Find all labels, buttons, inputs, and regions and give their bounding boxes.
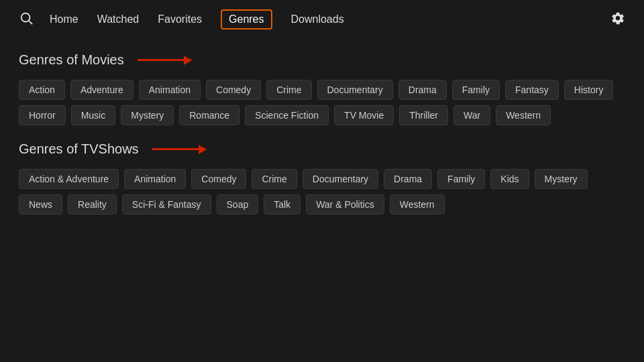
genre-tag-soap[interactable]: Soap: [217, 194, 259, 215]
genre-tag-horror[interactable]: Horror: [19, 105, 66, 125]
arrow-line-icon: [152, 148, 206, 150]
section-movies: Genres of MoviesActionAdventureAnimation…: [19, 52, 625, 125]
genre-tag-western[interactable]: Western: [496, 105, 551, 125]
nav-links: HomeWatchedFavoritesGenresDownloads: [50, 9, 610, 29]
nav-link-favorites[interactable]: Favorites: [158, 13, 202, 25]
genre-tag-news[interactable]: News: [19, 194, 62, 215]
search-icon[interactable]: [19, 11, 34, 29]
genre-tag-action[interactable]: Action: [19, 80, 65, 100]
genre-tag-science-fiction[interactable]: Science Fiction: [245, 105, 329, 125]
genre-tag-tv-movie[interactable]: TV Movie: [334, 105, 394, 125]
genre-tag-animation[interactable]: Animation: [124, 169, 186, 189]
main-content: Genres of MoviesActionAdventureAnimation…: [0, 39, 644, 237]
genre-tag-animation[interactable]: Animation: [139, 80, 201, 100]
genre-tag-sci-fi-fantasy[interactable]: Sci-Fi & Fantasy: [122, 194, 211, 215]
genre-tags-tvshows: Action & AdventureAnimationComedyCrimeDo…: [19, 169, 625, 215]
genre-tag-crime[interactable]: Crime: [266, 80, 311, 100]
settings-icon[interactable]: [610, 11, 625, 29]
genre-tag-comedy[interactable]: Comedy: [206, 80, 261, 100]
section-title-movies: Genres of Movies: [19, 52, 124, 68]
genre-tag-kids[interactable]: Kids: [490, 169, 529, 189]
genre-tag-thriller[interactable]: Thriller: [399, 105, 448, 125]
svg-line-1: [29, 21, 32, 24]
arrow-indicator-movies: [138, 59, 191, 61]
genre-tag-reality[interactable]: Reality: [68, 194, 117, 215]
svg-point-0: [21, 13, 30, 21]
genre-tag-crime[interactable]: Crime: [252, 169, 297, 189]
genre-tag-adventure[interactable]: Adventure: [70, 80, 133, 100]
genre-tag-history[interactable]: History: [564, 80, 614, 100]
genre-tag-drama[interactable]: Drama: [398, 80, 447, 100]
nav-link-watched[interactable]: Watched: [97, 13, 140, 25]
genre-tag-mystery[interactable]: Mystery: [535, 169, 588, 189]
genre-tag-western[interactable]: Western: [390, 194, 445, 215]
nav-link-genres[interactable]: Genres: [221, 9, 272, 29]
genre-tag-romance[interactable]: Romance: [179, 105, 239, 125]
navbar: HomeWatchedFavoritesGenresDownloads: [0, 0, 644, 39]
genre-tag-family[interactable]: Family: [437, 169, 485, 189]
nav-link-downloads[interactable]: Downloads: [291, 13, 344, 25]
genre-tags-movies: ActionAdventureAnimationComedyCrimeDocum…: [19, 80, 625, 125]
genre-tag-documentary[interactable]: Documentary: [303, 169, 378, 189]
section-header-movies: Genres of Movies: [19, 52, 625, 68]
genre-tag-documentary[interactable]: Documentary: [317, 80, 393, 100]
arrow-line-icon: [138, 59, 191, 61]
section-header-tvshows: Genres of TVShows: [19, 141, 625, 157]
genre-tag-drama[interactable]: Drama: [384, 169, 432, 189]
genre-tag-family[interactable]: Family: [452, 80, 500, 100]
section-tvshows: Genres of TVShowsAction & AdventureAnima…: [19, 141, 625, 215]
genre-tag-fantasy[interactable]: Fantasy: [505, 80, 559, 100]
genre-tag-action-adventure[interactable]: Action & Adventure: [19, 169, 119, 189]
genre-tag-music[interactable]: Music: [71, 105, 116, 125]
genre-tag-talk[interactable]: Talk: [264, 194, 301, 215]
genre-tag-comedy[interactable]: Comedy: [191, 169, 246, 189]
nav-link-home[interactable]: Home: [50, 13, 78, 25]
arrow-indicator-tvshows: [152, 148, 206, 150]
section-title-tvshows: Genres of TVShows: [19, 141, 139, 157]
genre-tag-war-politics[interactable]: War & Politics: [306, 194, 384, 215]
genre-tag-war[interactable]: War: [453, 105, 490, 125]
genre-tag-mystery[interactable]: Mystery: [121, 105, 174, 125]
